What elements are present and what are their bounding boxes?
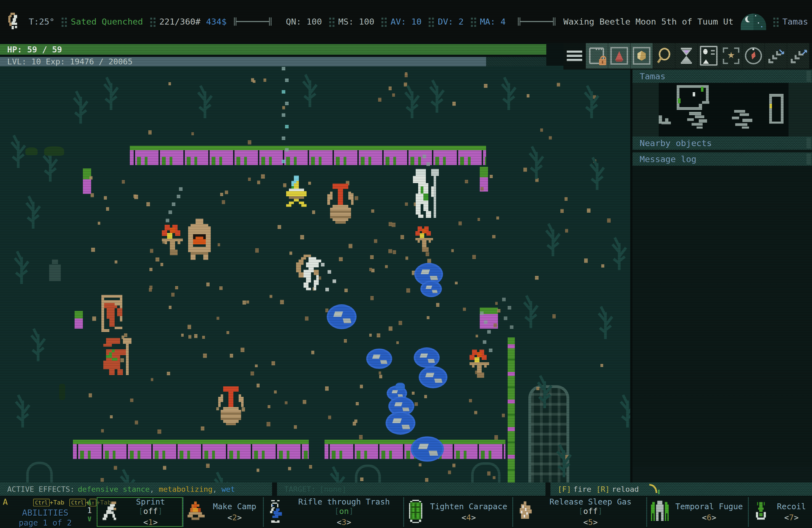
sand-dot [478, 218, 480, 221]
water-drop[interactable] [395, 383, 405, 391]
sprite-priest[interactable] [410, 169, 441, 221]
sand-dot [289, 252, 292, 254]
sidebar-title[interactable]: Tamas [633, 70, 812, 83]
fire-key[interactable]: [F] [557, 485, 571, 494]
sprite-torch[interactable] [416, 226, 435, 252]
sprite-torch[interactable] [162, 225, 186, 255]
sand-dot [540, 128, 543, 132]
sand-dot [280, 300, 284, 304]
sprite-loom[interactable] [99, 295, 128, 332]
sand-dot [557, 83, 560, 87]
sand-dot [389, 86, 392, 90]
runner-icon [101, 501, 117, 523]
smoke-particle [502, 298, 506, 301]
player-portrait-icon [7, 12, 21, 31]
ability-slot-temporal-fugue[interactable]: Temporal Fugue <6> [646, 497, 748, 527]
character-card-icon[interactable] [698, 43, 720, 69]
compass-icon[interactable] [742, 43, 765, 69]
plant-silhouette [401, 82, 424, 118]
menu-icon[interactable] [563, 43, 585, 69]
stairs-down-icon[interactable]: ↘ [765, 43, 787, 69]
water-puddle[interactable] [419, 366, 447, 388]
ability-slot-tighten-carapace[interactable]: Tighten Carapace <4> [403, 497, 512, 527]
sand-dot [169, 82, 171, 85]
water-puddle[interactable] [366, 349, 392, 369]
sand-dot [206, 464, 209, 468]
sand-dot [130, 398, 133, 402]
ability-bar: A Ctrl+TabCtrl+⇧+Tab ABILITIES page 1 of… [0, 497, 812, 528]
sand-dot [349, 244, 352, 248]
search-icon[interactable] [653, 43, 675, 69]
waypoint-spire-icon[interactable] [608, 43, 630, 69]
sand-dot [412, 392, 415, 395]
reload-key[interactable]: [R] [596, 485, 610, 494]
sand-dot [565, 197, 568, 201]
page-up-chevron[interactable]: ∧ [84, 498, 95, 507]
toolbar: ★ ↘ ↗ [563, 43, 812, 70]
sprite-urn[interactable] [218, 384, 244, 425]
sand-dot [459, 221, 462, 225]
ma-stat: MA: 4 [480, 17, 506, 27]
wall-left-end[interactable] [75, 311, 83, 328]
stairs-up-icon[interactable]: ↗ [787, 43, 809, 69]
sidebar-section-nearby-objects[interactable]: Nearby objects [633, 136, 812, 150]
sprite-brazier[interactable] [281, 176, 311, 209]
sand-dot [122, 180, 125, 184]
water-puddle[interactable] [386, 411, 416, 435]
wall-bottom-left[interactable] [73, 440, 309, 459]
water-puddle[interactable] [414, 348, 440, 368]
page-down-chevron[interactable]: ∨ [84, 514, 95, 523]
sand-dot [148, 130, 152, 134]
campfire-icon [188, 501, 205, 523]
sprite-player[interactable] [296, 254, 329, 293]
target-value: [none] [320, 485, 347, 494]
smoke-particle [504, 317, 507, 320]
sand-dot [222, 200, 225, 204]
sand-dot [188, 325, 191, 329]
minimap[interactable] [633, 83, 812, 136]
movespeed-stat: MS: 100 [338, 17, 375, 27]
sand-dot [89, 176, 92, 179]
wall-left-segment[interactable] [83, 168, 91, 194]
window-lock-icon[interactable] [586, 43, 608, 69]
ability-slot-release-sleep-gas[interactable]: Release Sleep Gas [off] <5> [512, 497, 646, 527]
sand-dot [220, 193, 223, 196]
sprite-urn[interactable] [327, 181, 353, 224]
minimap-block [702, 101, 709, 104]
reload-label[interactable]: reload [612, 485, 639, 494]
bamboo-column[interactable] [508, 337, 515, 482]
separator-dots [773, 18, 775, 19]
game-screen: T:25° Sated Quenched 221/360# 434$ QN: 1… [0, 0, 812, 528]
water-puddle[interactable] [411, 436, 444, 462]
hourglass-icon[interactable] [675, 43, 697, 69]
wall-top[interactable] [130, 146, 486, 165]
water-puddle[interactable] [327, 304, 357, 329]
sprite-farmer[interactable] [101, 338, 134, 375]
ability-slot-sprint[interactable]: Sprint [off] <1> [97, 497, 183, 527]
plant-silhouette [497, 74, 520, 110]
sprite-kiln[interactable] [186, 219, 213, 262]
separator-dots [329, 18, 331, 19]
sand-dot [246, 300, 249, 304]
sand-dot [398, 321, 402, 325]
sand-dot [374, 239, 377, 243]
sprite-torch[interactable] [469, 350, 492, 378]
gauge-indicator [518, 17, 555, 26]
favorite-star-icon[interactable]: ★ [720, 43, 742, 69]
sand-dot [371, 209, 374, 213]
game-map[interactable] [0, 66, 630, 482]
sidebar-section-message-log[interactable]: Message log [633, 152, 812, 166]
ability-slot-rifle-through-trash[interactable]: Rifle through Trash [on] <3> [263, 497, 403, 527]
moon-phase-icon[interactable] [741, 13, 766, 30]
sand-dot [267, 405, 271, 408]
loot-gem-icon[interactable] [630, 43, 653, 69]
sand-dot [325, 386, 329, 391]
active-effects-list: defensive stance, metabolizing, wet [78, 485, 235, 494]
ability-slot-recoil[interactable]: Recoil <7> [748, 497, 812, 527]
fire-label[interactable]: fire [574, 485, 591, 494]
sand-dot [124, 333, 127, 337]
water-puddle[interactable] [420, 281, 442, 297]
ability-slot-make-camp[interactable]: Make Camp <2> [183, 497, 263, 527]
sand-dot [169, 306, 172, 309]
sand-dot [110, 415, 113, 419]
